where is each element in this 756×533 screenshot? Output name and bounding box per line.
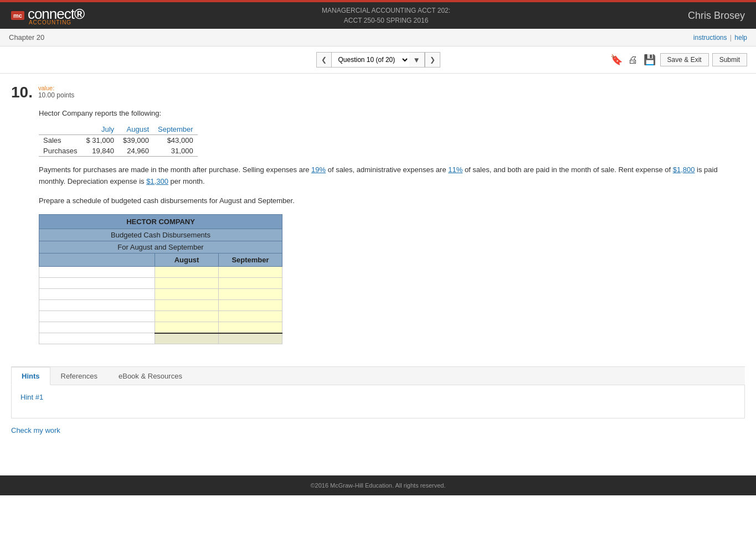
budget-input-aug-5-field[interactable] xyxy=(155,312,218,321)
col-header-july: July xyxy=(81,124,119,135)
budget-input-sep-3[interactable] xyxy=(219,289,282,300)
budget-input-aug-3[interactable] xyxy=(155,289,219,300)
budget-row-label-3 xyxy=(39,289,155,300)
budget-col-label xyxy=(39,253,155,267)
footer-copyright: ©2016 McGraw-Hill Education. All rights … xyxy=(310,482,445,489)
save-exit-button[interactable]: Save & Exit xyxy=(660,53,709,66)
budget-input-sep-5-field[interactable] xyxy=(219,312,282,321)
budget-period: For August and September xyxy=(39,241,282,253)
table-row: Sales $ 31,000 $39,000 $43,000 xyxy=(39,135,198,146)
budget-row-5 xyxy=(39,311,282,322)
budget-row-6 xyxy=(39,322,282,333)
budget-input-sep-2[interactable] xyxy=(219,278,282,289)
sep: | xyxy=(730,34,732,42)
budget-row-label-1 xyxy=(39,267,155,278)
budget-row-3 xyxy=(39,289,282,300)
purchases-september: 31,000 xyxy=(153,146,198,157)
tab-bar: Hints References eBook & Resources xyxy=(11,367,745,385)
question-body: Hector Company reports the following: Ju… xyxy=(39,109,745,344)
budget-subtitle: Budgeted Cash Disbursements xyxy=(39,229,282,241)
budget-input-aug-6-field[interactable] xyxy=(155,323,218,332)
row-label-sales: Sales xyxy=(39,135,81,146)
budget-col-september: September xyxy=(219,253,282,267)
budget-input-aug-1-field[interactable] xyxy=(155,268,218,277)
sales-july: $ 31,000 xyxy=(81,135,119,146)
budget-input-aug-6[interactable] xyxy=(155,322,219,333)
instructions-link[interactable]: instructions xyxy=(693,34,727,42)
budget-row-label-2 xyxy=(39,278,155,289)
prev-question-button[interactable]: ❮ xyxy=(316,52,332,68)
logo-area: mc connect® ACCOUNTING xyxy=(11,6,84,25)
budget-total-aug[interactable] xyxy=(155,333,219,344)
tab-references[interactable]: References xyxy=(50,367,108,385)
data-table: July August September Sales $ 31,000 $39… xyxy=(39,124,198,157)
budget-input-sep-1[interactable] xyxy=(219,267,282,278)
course-line1: MANAGERCIAL ACCOUNTING ACCT 202: xyxy=(322,6,450,15)
table-row: Purchases 19,840 24,960 31,000 xyxy=(39,146,198,157)
budget-input-aug-2-field[interactable] xyxy=(155,279,218,288)
tab-hints[interactable]: Hints xyxy=(11,367,50,385)
budget-input-sep-6-field[interactable] xyxy=(219,323,282,332)
top-navigation-bar: mc connect® ACCOUNTING MANAGERCIAL ACCOU… xyxy=(0,0,756,29)
row-label-purchases: Purchases xyxy=(39,146,81,157)
purchases-august: 24,960 xyxy=(119,146,153,157)
course-line2: ACCT 250-50 SPRING 2016 xyxy=(322,15,450,25)
budget-input-aug-1[interactable] xyxy=(155,267,219,278)
question-dropdown-button[interactable]: ▼ xyxy=(409,52,425,68)
bookmark-icon-button[interactable]: 🔖 xyxy=(609,53,624,67)
budget-col-august: August xyxy=(155,253,219,267)
help-link[interactable]: help xyxy=(734,34,747,42)
budget-input-sep-5[interactable] xyxy=(219,311,282,322)
question-selector[interactable]: Question 10 (of 20) xyxy=(332,52,409,68)
purchases-july: 19,840 xyxy=(81,146,119,157)
tab-content-hints: Hint #1 xyxy=(11,385,745,418)
budget-input-aug-4[interactable] xyxy=(155,300,219,311)
budget-row-total-label xyxy=(39,333,155,344)
budget-row-label-4 xyxy=(39,300,155,311)
budget-input-sep-6[interactable] xyxy=(219,322,282,333)
budget-row-total xyxy=(39,333,282,344)
budget-input-sep-2-field[interactable] xyxy=(219,279,282,288)
mc-icon: mc xyxy=(11,11,24,20)
budget-input-aug-3-field[interactable] xyxy=(155,290,218,299)
hint-link[interactable]: Hint #1 xyxy=(20,393,43,401)
budget-row-1 xyxy=(39,267,282,278)
budget-row-2 xyxy=(39,278,282,289)
budget-input-sep-4-field[interactable] xyxy=(219,301,282,310)
footer: ©2016 McGraw-Hill Education. All rights … xyxy=(0,475,756,495)
submit-button[interactable]: Submit xyxy=(712,53,747,66)
save-icon-button[interactable]: 💾 xyxy=(642,53,657,67)
budget-input-sep-4[interactable] xyxy=(219,300,282,311)
print-icon-button[interactable]: 🖨 xyxy=(627,53,639,67)
budget-title: HECTOR COMPANY xyxy=(39,215,282,229)
budget-row-label-5 xyxy=(39,311,155,322)
budget-total-sep-field[interactable] xyxy=(219,334,282,343)
budget-table-wrapper: HECTOR COMPANY Budgeted Cash Disbursemen… xyxy=(39,214,745,344)
question-number: 10. xyxy=(11,85,33,100)
budget-input-sep-1-field[interactable] xyxy=(219,268,282,277)
budget-input-sep-3-field[interactable] xyxy=(219,290,282,299)
logo-registered: ® xyxy=(74,6,84,22)
question-intro: Hector Company reports the following: xyxy=(39,109,745,117)
col-header-label xyxy=(39,124,81,135)
budget-row-4 xyxy=(39,300,282,311)
nav-controls: ❮ Question 10 (of 20) ▼ ❯ xyxy=(316,52,440,68)
tab-ebook[interactable]: eBook & Resources xyxy=(108,367,193,385)
budget-input-aug-5[interactable] xyxy=(155,311,219,322)
budget-input-aug-2[interactable] xyxy=(155,278,219,289)
user-name: Chris Brosey xyxy=(688,10,745,22)
budget-total-aug-field[interactable] xyxy=(155,334,218,343)
question-points: 10.00 points xyxy=(38,91,74,99)
budget-total-sep[interactable] xyxy=(219,333,282,344)
header-links: instructions | help xyxy=(693,34,747,42)
bottom-section: Hints References eBook & Resources Hint … xyxy=(11,366,745,418)
next-question-button[interactable]: ❯ xyxy=(425,52,440,68)
chapter-label: Chapter 20 xyxy=(9,33,44,42)
question-value-label: value: xyxy=(38,85,74,91)
check-my-work-link[interactable]: Check my work xyxy=(11,426,60,434)
sub-header: Chapter 20 instructions | help xyxy=(0,29,756,46)
sales-august: $39,000 xyxy=(119,135,153,146)
prepare-text: Prepare a schedule of budgeted cash disb… xyxy=(39,195,745,207)
budget-input-aug-4-field[interactable] xyxy=(155,301,218,310)
main-content: 10. value: 10.00 points Hector Company r… xyxy=(0,74,756,453)
